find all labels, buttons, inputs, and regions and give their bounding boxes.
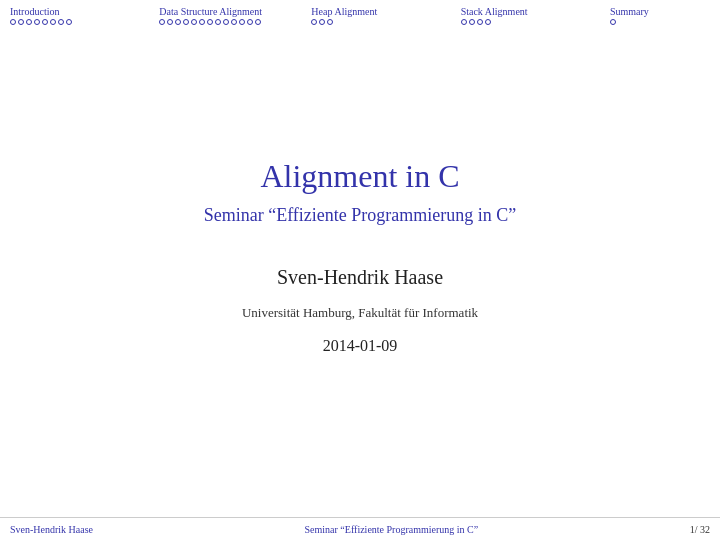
presentation-title: Alignment in C: [260, 158, 459, 195]
dot: [34, 19, 40, 25]
dot: [477, 19, 483, 25]
dot: [215, 19, 221, 25]
dot: [191, 19, 197, 25]
nav-section-title-introduction: Introduction: [10, 6, 59, 17]
dot: [319, 19, 325, 25]
dot: [207, 19, 213, 25]
footer-seminar: Seminar “Effiziente Programmierung in C”: [305, 524, 479, 535]
dot: [58, 19, 64, 25]
nav-section-title-summary: Summary: [610, 6, 649, 17]
navigation-bar: Introduction Data Structure Alignment: [0, 0, 720, 31]
footer-page: 1/ 32: [690, 524, 710, 535]
dot: [50, 19, 56, 25]
nav-section-heap: Heap Alignment: [311, 6, 411, 27]
nav-dots-introduction: [10, 19, 72, 27]
nav-dots-summary: [610, 19, 616, 27]
dot: [461, 19, 467, 25]
footer-author: Sven-Hendrik Haase: [10, 524, 93, 535]
nav-section-summary: Summary: [610, 6, 710, 27]
nav-section-stack: Stack Alignment: [461, 6, 561, 27]
dot: [231, 19, 237, 25]
dot: [610, 19, 616, 25]
nav-section-data-structure: Data Structure Alignment: [159, 6, 262, 27]
dot: [18, 19, 24, 25]
presentation-date: 2014-01-09: [323, 337, 398, 355]
presentation-subtitle: Seminar “Effiziente Programmierung in C”: [204, 205, 517, 226]
dot: [255, 19, 261, 25]
nav-section-title-stack: Stack Alignment: [461, 6, 528, 17]
dot: [66, 19, 72, 25]
dot: [42, 19, 48, 25]
dot: [183, 19, 189, 25]
nav-dots-heap: [311, 19, 333, 27]
dot: [311, 19, 317, 25]
nav-section-introduction: Introduction: [10, 6, 110, 27]
dot: [327, 19, 333, 25]
dot: [485, 19, 491, 25]
main-content: Alignment in C Seminar “Effiziente Progr…: [0, 31, 720, 481]
dot: [239, 19, 245, 25]
dot: [469, 19, 475, 25]
nav-section-title-heap: Heap Alignment: [311, 6, 377, 17]
dot: [10, 19, 16, 25]
nav-dots-data-structure: [159, 19, 261, 27]
nav-dots-stack: [461, 19, 491, 27]
footer: Sven-Hendrik Haase Seminar “Effiziente P…: [0, 517, 720, 541]
dot: [223, 19, 229, 25]
dot: [159, 19, 165, 25]
nav-section-title-data-structure: Data Structure Alignment: [159, 6, 262, 17]
institution: Universität Hamburg, Fakultät für Inform…: [242, 305, 478, 321]
dot: [199, 19, 205, 25]
dot: [167, 19, 173, 25]
author-name: Sven-Hendrik Haase: [277, 266, 443, 289]
dot: [175, 19, 181, 25]
dot: [26, 19, 32, 25]
dot: [247, 19, 253, 25]
